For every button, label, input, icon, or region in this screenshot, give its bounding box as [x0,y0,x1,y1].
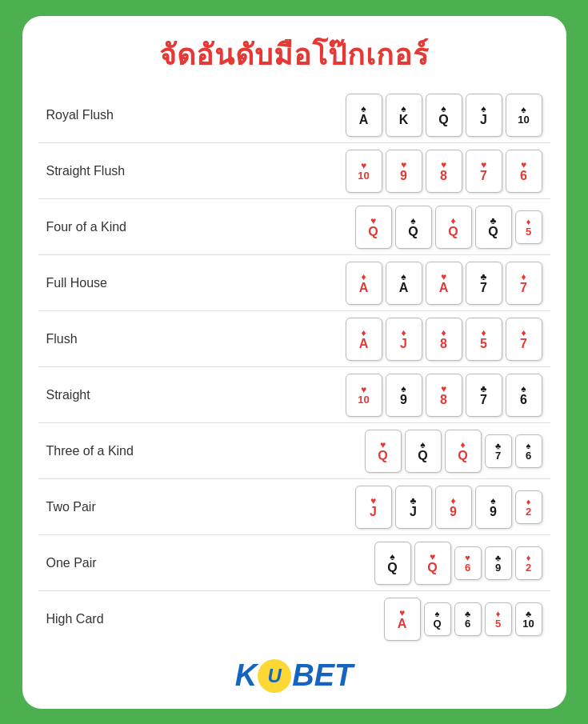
playing-card: ♦Q [445,430,482,473]
playing-card: ♥Q [414,542,451,585]
cards-group: ♠A♠K♠Q♠J♠10 [346,94,542,137]
playing-card: ♠J [466,94,502,137]
playing-card: ♠Q [426,94,462,137]
playing-card: ♥Q [355,206,392,249]
playing-card: ♦8 [426,318,462,361]
logo-u: U [268,665,282,687]
hand-name: Flush [46,332,178,346]
playing-card: ♠10 [506,94,542,137]
playing-card: ♦7 [506,318,542,361]
logo-k: K [235,658,257,693]
playing-card: ♦A [346,318,382,361]
page-title: จัดอันดับมือโป๊กเกอร์ [38,32,550,78]
playing-card: ♥8 [426,150,462,193]
hand-row: Three of a Kind♥Q♠Q♦Q♣7♠6 [38,423,550,479]
hand-name: High Card [46,612,178,626]
playing-card: ♦5 [466,318,502,361]
playing-card: ♥Q [365,430,402,473]
cards-group: ♥A♠Q♣6♦5♣10 [384,598,542,641]
playing-card: ♣Q [475,206,512,249]
playing-card: ♦A [346,262,382,305]
cards-group: ♥Q♠Q♦Q♣Q♦5 [355,206,542,249]
playing-card: ♠Q [405,430,442,473]
playing-card: ♣7 [466,374,502,417]
playing-card: ♣7 [466,262,502,305]
playing-card: ♥10 [346,150,382,193]
hand-row: One Pair♠Q♥Q♥6♣9♦2 [38,535,550,591]
hand-name: Four of a Kind [46,220,178,234]
hand-name: Royal Flush [46,108,178,122]
playing-card: ♦7 [506,262,542,305]
playing-card: ♠Q [374,542,411,585]
hand-row: Straight Flush♥10♥9♥8♥7♥6 [38,143,550,199]
playing-card: ♣9 [485,546,512,580]
logo-bet: BET [292,658,353,693]
logo-circle: U [258,659,291,693]
playing-card: ♠A [346,94,382,137]
playing-card: ♣J [395,486,432,529]
main-box: จัดอันดับมือโป๊กเกอร์ Royal Flush♠A♠K♠Q♠… [22,16,566,709]
playing-card: ♦2 [515,490,542,524]
hands-list: Royal Flush♠A♠K♠Q♠J♠10Straight Flush♥10♥… [38,87,550,647]
playing-card: ♦5 [515,210,542,244]
playing-card: ♠A [386,262,422,305]
hand-row: Straight♥10♠9♥8♣7♠6 [38,367,550,423]
hand-name: Three of a Kind [46,444,178,458]
cards-group: ♥J♣J♦9♠9♦2 [355,486,542,529]
playing-card: ♥J [355,486,392,529]
playing-card: ♥6 [454,546,482,580]
hand-name: Two Pair [46,500,178,514]
cards-group: ♥Q♠Q♦Q♣7♠6 [365,430,542,473]
hand-row: High Card♥A♠Q♣6♦5♣10 [38,591,550,647]
page-container: จัดอันดับมือโป๊กเกอร์ Royal Flush♠A♠K♠Q♠… [0,0,588,724]
playing-card: ♠K [386,94,422,137]
playing-card: ♥6 [506,150,542,193]
hand-row: Full House♦A♠A♥A♣7♦7 [38,255,550,311]
cards-group: ♦A♦J♦8♦5♦7 [346,318,542,361]
playing-card: ♣6 [454,602,482,636]
playing-card: ♥A [384,598,421,641]
playing-card: ♠Q [395,206,432,249]
cards-group: ♦A♠A♥A♣7♦7 [346,262,542,305]
cards-group: ♠Q♥Q♥6♣9♦2 [374,542,542,585]
playing-card: ♣7 [485,434,512,468]
playing-card: ♠9 [475,486,512,529]
playing-card: ♠6 [515,434,542,468]
hand-name: One Pair [46,556,178,570]
hand-row: Four of a Kind♥Q♠Q♦Q♣Q♦5 [38,199,550,255]
hand-name: Straight [46,388,178,402]
playing-card: ♠Q [424,602,451,636]
playing-card: ♥9 [386,150,422,193]
playing-card: ♠9 [386,374,422,417]
playing-card: ♦5 [485,602,512,636]
hand-row: Two Pair♥J♣J♦9♠9♦2 [38,479,550,535]
playing-card: ♥A [426,262,462,305]
playing-card: ♠6 [506,374,542,417]
playing-card: ♥10 [346,374,382,417]
playing-card: ♥7 [466,150,502,193]
playing-card: ♦2 [515,546,542,580]
playing-card: ♥8 [426,374,462,417]
hand-name: Full House [46,276,178,290]
logo-area: K U BET [38,655,550,696]
cards-group: ♥10♠9♥8♣7♠6 [346,374,542,417]
cards-group: ♥10♥9♥8♥7♥6 [346,150,542,193]
playing-card: ♦J [386,318,422,361]
hand-row: Royal Flush♠A♠K♠Q♠J♠10 [38,87,550,143]
hand-row: Flush♦A♦J♦8♦5♦7 [38,311,550,367]
playing-card: ♦9 [435,486,472,529]
playing-card: ♣10 [515,602,542,636]
playing-card: ♦Q [435,206,472,249]
hand-name: Straight Flush [46,164,178,178]
